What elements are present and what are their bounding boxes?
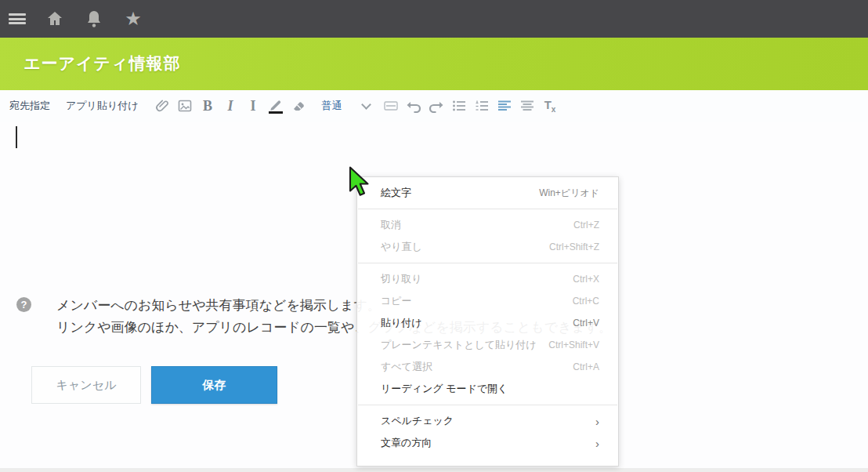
context-menu-items: 絵文字Win+ピリオド取消Ctrl+Zやり直しCtrl+Shift+Z切り取りC…: [357, 182, 618, 454]
context-menu-item: コピーCtrl+C: [357, 290, 618, 312]
align-center-icon[interactable]: [517, 95, 538, 117]
menu-item-shortcut: Ctrl+Z: [573, 220, 599, 231]
menu-item-label: すべて選択: [381, 360, 432, 374]
context-menu-item: 切り取りCtrl+X: [357, 268, 618, 290]
space-header: エーアイティ情報部: [0, 38, 868, 90]
context-menu-item: すべて選択Ctrl+A: [357, 356, 618, 378]
context-menu-item[interactable]: リーディング モードで開く: [357, 378, 618, 400]
context-menu-item[interactable]: 文章の方向›: [357, 432, 618, 454]
menu-item-label: やり直し: [381, 240, 422, 254]
context-menu-item: 取消Ctrl+Z: [357, 214, 618, 236]
text-caret: [16, 126, 17, 148]
notification-bell-icon[interactable]: [84, 9, 104, 29]
menu-item-label: 貼り付け: [381, 316, 422, 330]
clear-formatting-icon[interactable]: Tx: [540, 95, 561, 117]
app-paste-button[interactable]: アプリ貼り付け: [63, 96, 141, 116]
menu-item-label: 文章の方向: [381, 436, 432, 450]
undo-icon[interactable]: [403, 95, 425, 117]
menu-separator: [358, 263, 617, 263]
redo-icon[interactable]: [426, 95, 447, 117]
context-menu: 絵文字Win+ピリオド取消Ctrl+Zやり直しCtrl+Shift+Z切り取りC…: [356, 176, 619, 467]
app-window: ★ エーアイティ情報部 宛先指定 アプリ貼り付け B I I: [0, 0, 868, 472]
editor-toolbar: 宛先指定 アプリ貼り付け B I I: [0, 90, 868, 122]
attach-link-icon[interactable]: [152, 95, 173, 117]
window-bottom-edge: [0, 468, 868, 472]
menu-item-shortcut: Ctrl+V: [573, 318, 599, 329]
recipient-select-button[interactable]: 宛先指定: [7, 96, 52, 116]
numbered-list-icon[interactable]: [472, 95, 493, 117]
text-color-indicator: [269, 111, 283, 114]
menu-item-shortcut: Ctrl+C: [573, 296, 599, 307]
home-icon[interactable]: [45, 9, 65, 29]
context-menu-item: プレーンテキストとして貼り付けCtrl+Shift+V: [357, 334, 618, 356]
menu-item-label: 取消: [381, 218, 401, 232]
font-size-select[interactable]: 普通: [322, 99, 370, 113]
eraser-icon[interactable]: [288, 95, 309, 117]
chevron-down-icon: [361, 100, 371, 110]
save-button[interactable]: 保存: [151, 366, 277, 404]
menu-item-label: コピー: [381, 294, 412, 308]
submenu-arrow-icon: ›: [595, 437, 599, 450]
menu-item-label: スペルチェック: [381, 414, 454, 428]
italic-button[interactable]: I: [220, 95, 241, 117]
horizontal-rule-icon[interactable]: [381, 95, 402, 117]
menu-item-shortcut: Win+ピリオド: [539, 187, 599, 200]
menu-item-shortcut: Ctrl+Shift+Z: [549, 241, 599, 252]
menu-item-label: 切り取り: [381, 272, 422, 286]
cancel-button[interactable]: キャンセル: [31, 366, 141, 404]
underline-button[interactable]: I: [243, 95, 264, 117]
menu-item-shortcut: Ctrl+A: [573, 361, 599, 372]
menu-item-label: リーディング モードで開く: [381, 382, 508, 396]
bulleted-list-icon[interactable]: [449, 95, 470, 117]
help-question-icon[interactable]: ?: [16, 297, 31, 312]
bold-button[interactable]: B: [197, 95, 219, 117]
menu-item-shortcut: Ctrl+X: [573, 274, 599, 285]
menu-separator: [358, 209, 617, 209]
hamburger-menu-icon[interactable]: [7, 9, 27, 29]
menu-separator: [358, 405, 617, 405]
menu-item-label: プレーンテキストとして貼り付け: [381, 338, 537, 352]
text-color-button[interactable]: [266, 95, 287, 117]
context-menu-item: やり直しCtrl+Shift+Z: [357, 236, 618, 258]
submenu-arrow-icon: ›: [595, 415, 599, 428]
context-menu-item[interactable]: 絵文字Win+ピリオド: [357, 182, 618, 204]
mouse-cursor-icon: [348, 166, 371, 202]
insert-image-icon[interactable]: [175, 95, 196, 117]
font-size-value: 普通: [322, 99, 342, 113]
global-navigation-bar: ★: [0, 0, 868, 38]
menu-item-shortcut: Ctrl+Shift+V: [548, 339, 599, 350]
favorite-star-icon[interactable]: ★: [123, 9, 143, 29]
page-title: エーアイティ情報部: [24, 53, 180, 74]
menu-item-label: 絵文字: [381, 186, 411, 200]
context-menu-item[interactable]: 貼り付けCtrl+V: [357, 312, 618, 334]
context-menu-item[interactable]: スペルチェック›: [357, 410, 618, 432]
align-left-icon[interactable]: [494, 95, 515, 117]
